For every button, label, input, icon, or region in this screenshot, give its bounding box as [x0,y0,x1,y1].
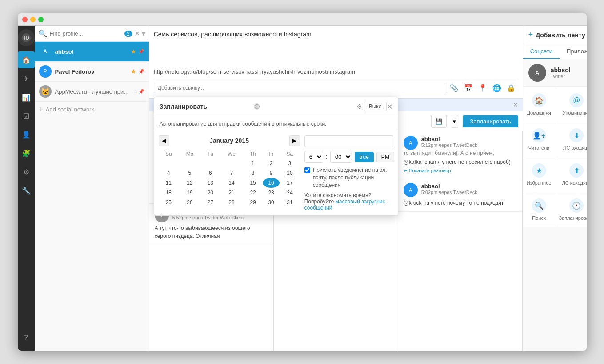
calendar-day[interactable]: 28 [220,198,243,207]
nav-profile[interactable]: 👤 [18,126,35,143]
nav-help[interactable]: ? [18,329,35,346]
nav-settings[interactable]: ⚙ [18,163,35,180]
nav-tools[interactable]: 🔧 [18,182,35,199]
calendar-day[interactable]: 30 [263,198,280,207]
time-row: 6 : 00 true PM [304,151,393,163]
calendar-day [201,158,220,168]
calendar-day [179,158,201,168]
close-button[interactable] [22,17,28,22]
calendar-day[interactable]: 13 [201,178,220,188]
calendar-day[interactable]: 26 [179,198,201,207]
schedule-submit-button[interactable]: Запланировать [463,115,518,127]
panel-grid-item[interactable]: 🔍 Поиск [523,192,555,227]
panel-grid-item[interactable]: 🏠 Домашняя [523,87,555,122]
plus-icon: + [39,105,43,113]
attachment-icon[interactable]: 📎 [447,83,461,93]
chevron-down-icon[interactable]: ▾ [142,29,145,38]
clear-search-icon[interactable]: ✕ [134,29,140,38]
compose-textarea[interactable]: Семь сервисов, расширяющих возможности I… [154,30,518,65]
nav-plugins[interactable]: 🧩 [18,145,35,162]
remove-attachment-button[interactable]: ✕ [513,101,518,108]
prev-month-button[interactable]: ◀ [159,135,169,146]
tweet-text: @kafka_chan я у него не просил его пароб… [404,158,517,166]
lock-icon[interactable]: 🔒 [504,83,518,93]
nav-home[interactable]: 🏠 [18,51,35,68]
notify-checkbox[interactable] [304,167,310,173]
calendar-day[interactable]: 23 [263,188,280,198]
panel-grid-item[interactable]: 🕐 Запланировано [555,192,586,227]
account-avatar: A [39,45,52,58]
calendar-day[interactable]: 7 [220,168,243,178]
schedule-close-button[interactable]: ✕ [387,103,392,111]
search-input[interactable] [50,30,124,37]
calendar-day[interactable]: 17 [280,178,300,188]
calendar-day[interactable]: 8 [243,168,263,178]
panel-grid-item[interactable]: ⬇ ЛС входящ. [555,122,586,157]
tweet-avatar: A [404,183,418,197]
add-link-input[interactable] [154,83,447,93]
calendar-day[interactable]: 15 [243,178,263,188]
calendar-day[interactable]: 20 [201,188,220,198]
calendar-day[interactable]: 22 [243,188,263,198]
calendar-day[interactable]: 19 [179,188,201,198]
nav-tasks[interactable]: ☑ [18,107,35,124]
tweet-preview: то выглядит бманули]. А о не приём, [404,150,517,156]
hour-select[interactable]: 6 [304,151,323,163]
calendar-day[interactable]: 14 [220,178,243,188]
date-input[interactable]: 2015-01-16 [304,135,393,147]
calendar-icon[interactable]: 📅 [461,83,476,93]
nav-stats[interactable]: 📊 [18,89,35,106]
show-conversation-link[interactable]: ↩ Показать разговор [404,168,517,174]
panel-grid-label: Запланировано [559,215,586,221]
save-button[interactable]: 💾 [431,115,447,128]
calendar-day[interactable]: 10 [280,168,300,178]
feed-column-3: A abbsol 5:12pm через TweetDeck то выгля… [398,131,523,351]
calendar-day[interactable]: 2 [263,158,280,168]
calendar-day[interactable]: 9 [263,168,280,178]
calendar-day[interactable]: 31 [280,198,300,207]
calendar-day[interactable]: 29 [243,198,263,207]
pm-button[interactable]: PM [376,152,394,162]
calendar-grid: SuMoTuWeThFrSa 1234567891011121314151617… [159,150,300,207]
calendar-day[interactable]: 25 [159,198,179,207]
calendar-day[interactable]: 3 [280,158,300,168]
calendar-day[interactable]: 27 [201,198,220,207]
am-button[interactable]: true [355,152,374,162]
panel-grid-item[interactable]: ⬆ ЛС исходящ. [555,157,586,192]
panel-grid-item[interactable]: @ Упоминания [555,87,586,122]
location-icon[interactable]: 📍 [476,83,490,93]
panel-grid-item[interactable]: 👤+ Читатели [523,122,555,157]
add-social-button[interactable]: + Add social network [35,102,149,117]
tab-social[interactable]: Соцсети [523,44,560,59]
calendar-day[interactable]: 6 [201,168,220,178]
schedule-off-button[interactable]: Выкл [364,102,387,111]
right-panel-header: + Добавить ленту − [523,26,587,44]
minute-select[interactable]: 00 [330,151,352,163]
calendar-day[interactable]: 24 [280,188,300,198]
save-dropdown-button[interactable]: ▾ [451,115,458,128]
account-abbsol[interactable]: A abbsol ★ 📌 [35,42,149,62]
tab-apps[interactable]: Приложения [560,44,586,59]
account-avatar-appmeow: 🐱 [39,85,52,98]
panel-grid-item[interactable]: ★ Избранное [523,157,555,192]
account-avatar-pavel: P [39,65,52,78]
calendar-day[interactable]: 11 [159,178,179,188]
account-appmeow[interactable]: 🐱 AppMeow.ru - лучшие при... ☆ 📌 [35,82,149,102]
schedule-settings-icon[interactable]: ⚙ [355,102,364,111]
calendar-day[interactable]: 4 [159,168,179,178]
account-pavel[interactable]: P Pavel Fedorov ★ 📌 [35,62,149,82]
calendar-day[interactable]: 5 [179,168,201,178]
nav-send[interactable]: ✈ [18,70,35,87]
next-month-button[interactable]: ▶ [289,135,300,146]
maximize-button[interactable] [38,17,44,22]
right-panel: + Добавить ленту − Соцсети Приложения A … [523,26,587,351]
calendar-day[interactable]: 1 [243,158,263,168]
calendar-day[interactable]: 18 [159,188,179,198]
globe-icon[interactable]: 🌐 [490,83,504,93]
info-icon[interactable]: ⓘ [254,103,260,110]
calendar-day[interactable]: 12 [179,178,201,188]
calendar-day[interactable]: 16 [263,178,280,188]
panel-account[interactable]: A abbsol Twitter ▾ [523,59,587,87]
minimize-button[interactable] [30,17,36,22]
calendar-day[interactable]: 21 [220,188,243,198]
